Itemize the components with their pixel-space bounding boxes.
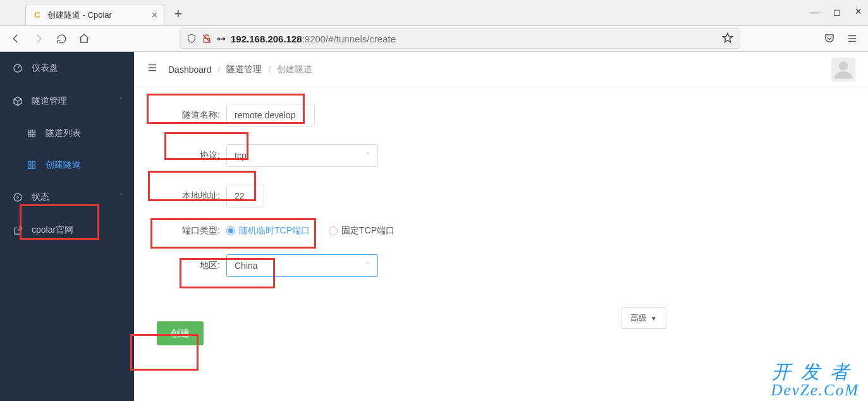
region-label: 地区: xyxy=(157,260,226,271)
breadcrumb: Dashboard / 隧道管理 / 创建隧道 xyxy=(168,64,312,75)
home-button[interactable] xyxy=(75,29,94,48)
window-controls: — ◻ × xyxy=(810,5,862,18)
row-port-type: 端口类型: 随机临时TCP端口 固定TCP端口 xyxy=(157,225,845,237)
breadcrumb-mid[interactable]: 隧道管理 xyxy=(226,64,262,75)
pocket-icon[interactable] xyxy=(820,29,839,48)
chevron-up-icon: ˄ xyxy=(119,97,123,106)
region-select[interactable]: China ˅ xyxy=(226,254,378,277)
app-container: 仪表盘 隧道管理 ˄ 隧道列表 创建隧道 状态 ˅ xyxy=(0,52,868,401)
tunnel-name-label: 隧道名称: xyxy=(157,109,226,121)
sidebar-item-tunnel-mgmt[interactable]: 隧道管理 ˄ xyxy=(0,85,134,118)
row-tunnel-name: 隧道名称: xyxy=(157,104,845,126)
radio-label: 随机临时TCP端口 xyxy=(239,225,310,237)
sidebar-item-label: 隧道列表 xyxy=(46,128,81,139)
maximize-icon[interactable]: ◻ xyxy=(833,7,841,17)
sidebar-item-dashboard[interactable]: 仪表盘 xyxy=(0,52,134,85)
url-path: :9200/#/tunnels/create xyxy=(302,34,396,44)
tab-favicon: C xyxy=(32,10,42,20)
chevron-down-icon: ˅ xyxy=(366,261,370,270)
grid-icon xyxy=(27,128,37,139)
sidebar-item-label: 隧道管理 xyxy=(32,96,67,107)
sidebar-item-official-site[interactable]: cpolar官网 xyxy=(0,214,134,247)
close-window-icon[interactable]: × xyxy=(855,5,862,18)
svg-rect-7 xyxy=(32,130,35,133)
status-icon xyxy=(13,192,23,202)
local-addr-label: 本地地址: xyxy=(157,190,226,202)
breadcrumb-leaf: 创建隧道 xyxy=(277,64,312,75)
main-content: Dashboard / 隧道管理 / 创建隧道 隧道名称: 协议: tcp ˅ xyxy=(134,52,868,401)
cube-icon xyxy=(13,96,23,106)
chevron-down-icon: ˅ xyxy=(366,151,370,160)
row-local-addr: 本地地址: xyxy=(157,185,845,207)
port-type-label: 端口类型: xyxy=(157,225,226,237)
radio-label: 固定TCP端口 xyxy=(341,225,394,237)
advanced-label: 高级 xyxy=(630,312,647,324)
region-value: China xyxy=(235,261,258,271)
sidebar-item-tunnel-list[interactable]: 隧道列表 xyxy=(0,118,134,149)
radio-random-port[interactable]: 随机临时TCP端口 xyxy=(226,225,310,237)
svg-rect-9 xyxy=(32,134,35,137)
browser-chrome: C 创建隧道 - Cpolar × + — ◻ × ⊶ 192.168.206.… xyxy=(0,0,868,52)
forward-button[interactable] xyxy=(29,29,48,48)
svg-point-14 xyxy=(14,194,21,201)
protocol-value: tcp xyxy=(235,151,247,161)
advanced-button[interactable]: 高级 ▼ xyxy=(621,307,666,329)
back-button[interactable] xyxy=(6,29,25,48)
browser-tab[interactable]: C 创建隧道 - Cpolar × xyxy=(25,4,164,25)
row-region: 地区: China ˅ xyxy=(157,254,845,277)
url-bar[interactable]: ⊶ 192.168.206.128:9200/#/tunnels/create xyxy=(180,28,740,49)
chevron-down-icon: ˅ xyxy=(119,193,123,202)
port-type-radio-group: 随机临时TCP端口 固定TCP端口 xyxy=(226,225,394,237)
radio-dot-icon xyxy=(329,226,338,235)
bookmark-icon[interactable] xyxy=(722,32,733,46)
sidebar-item-label: cpolar官网 xyxy=(32,225,73,236)
reload-button[interactable] xyxy=(52,29,71,48)
shield-icon xyxy=(186,34,197,44)
sidebar-item-label: 仪表盘 xyxy=(32,63,58,74)
svg-rect-11 xyxy=(32,162,35,164)
svg-rect-8 xyxy=(28,134,31,137)
grid-icon xyxy=(27,160,37,170)
breadcrumb-sep: / xyxy=(218,65,221,75)
avatar[interactable] xyxy=(831,58,855,82)
tab-title: 创建隧道 - Cpolar xyxy=(47,9,112,21)
tunnel-name-input[interactable] xyxy=(226,104,315,126)
url-text: 192.168.206.128:9200/#/tunnels/create xyxy=(231,34,396,44)
row-submit: 创建 xyxy=(157,321,845,345)
protocol-select[interactable]: tcp ˅ xyxy=(226,144,378,167)
sidebar-toggle-icon[interactable] xyxy=(147,62,158,77)
sidebar: 仪表盘 隧道管理 ˄ 隧道列表 创建隧道 状态 ˅ xyxy=(0,52,134,401)
caret-down-icon: ▼ xyxy=(651,315,657,322)
menu-icon[interactable] xyxy=(843,29,862,48)
sidebar-item-create-tunnel[interactable]: 创建隧道 xyxy=(0,149,134,181)
minimize-icon[interactable]: — xyxy=(810,7,819,17)
radio-dot-icon xyxy=(226,226,235,235)
row-protocol: 协议: tcp ˅ xyxy=(157,144,845,167)
external-link-icon xyxy=(13,225,23,235)
radio-fixed-port[interactable]: 固定TCP端口 xyxy=(329,225,394,237)
local-addr-input[interactable] xyxy=(226,185,264,207)
breadcrumb-sep: / xyxy=(268,65,271,75)
svg-rect-13 xyxy=(32,166,35,168)
new-tab-button[interactable]: + xyxy=(168,4,188,24)
url-host: 192.168.206.128 xyxy=(231,34,302,44)
lock-strike-icon xyxy=(202,34,212,44)
key-icon: ⊶ xyxy=(217,34,226,44)
svg-rect-10 xyxy=(28,162,31,164)
sidebar-item-label: 创建隧道 xyxy=(46,159,81,171)
breadcrumb-root[interactable]: Dashboard xyxy=(168,65,212,75)
tab-bar: C 创建隧道 - Cpolar × + xyxy=(0,0,868,25)
svg-point-18 xyxy=(839,61,848,70)
svg-rect-12 xyxy=(28,166,31,168)
nav-bar: ⊶ 192.168.206.128:9200/#/tunnels/create xyxy=(0,25,868,52)
gauge-icon xyxy=(13,63,23,73)
top-bar: Dashboard / 隧道管理 / 创建隧道 xyxy=(134,52,868,87)
watermark-line2: DevZe.CoM xyxy=(771,382,860,398)
watermark-line1: 开发者 xyxy=(771,362,860,382)
protocol-label: 协议: xyxy=(157,150,226,161)
watermark: 开发者 DevZe.CoM xyxy=(771,362,860,398)
close-icon[interactable]: × xyxy=(152,9,157,21)
create-button[interactable]: 创建 xyxy=(157,321,204,345)
form-area: 隧道名称: 协议: tcp ˅ 本地地址: 端口类型: 随机临时T xyxy=(134,87,868,362)
sidebar-item-status[interactable]: 状态 ˅ xyxy=(0,181,134,214)
